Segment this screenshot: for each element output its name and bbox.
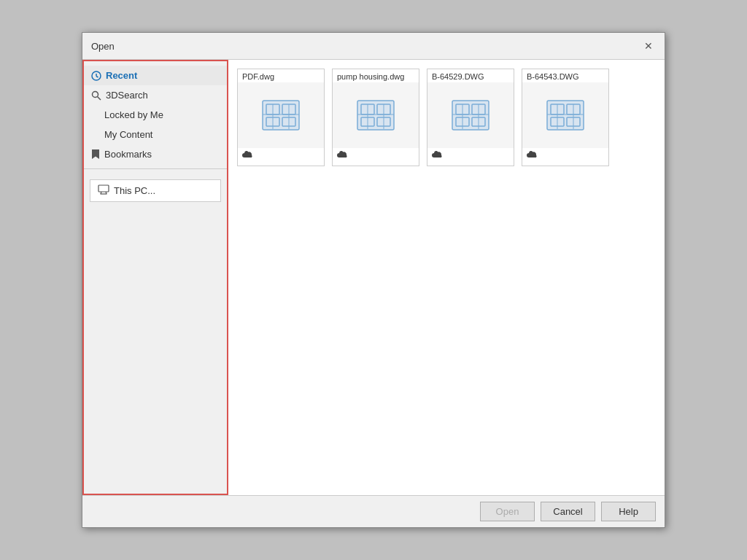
- file-name: pump housing.dwg: [333, 69, 419, 82]
- dialog-footer: Open Cancel Help: [82, 495, 665, 527]
- dwg-thumbnail-icon: [543, 93, 587, 137]
- sidebar-bottom: This PC...: [84, 174, 227, 208]
- help-button[interactable]: Help: [601, 502, 656, 521]
- dwg-thumbnail-icon: [354, 93, 398, 137]
- this-pc-button[interactable]: This PC...: [90, 179, 221, 202]
- sidebar-item-my-content[interactable]: My Content: [84, 125, 227, 144]
- dwg-thumbnail-icon: [259, 93, 303, 137]
- file-thumbnail: [238, 82, 324, 148]
- file-tile[interactable]: PDF.dwg: [237, 69, 325, 166]
- sidebar-item-my-content-label: My Content: [104, 129, 152, 140]
- file-footer: [427, 148, 514, 163]
- title-bar: Open ✕: [82, 33, 665, 60]
- sidebar-item-recent-label: Recent: [106, 70, 137, 81]
- file-footer: [238, 148, 324, 163]
- file-thumbnail: [427, 82, 514, 148]
- clock-icon: [91, 71, 101, 81]
- sidebar-item-locked-label: Locked by Me: [104, 109, 163, 120]
- svg-rect-9: [263, 101, 299, 130]
- file-tile[interactable]: B-64543.DWG: [522, 69, 609, 166]
- cloud-icon: [242, 149, 254, 161]
- bookmark-icon: [91, 149, 100, 160]
- svg-line-2: [96, 76, 98, 77]
- file-name: PDF.dwg: [238, 69, 324, 82]
- main-content: PDF.dwg: [228, 60, 665, 495]
- cloud-icon: [432, 149, 444, 161]
- cloud-icon: [527, 149, 538, 161]
- svg-rect-17: [357, 101, 394, 130]
- open-button[interactable]: Open: [480, 502, 535, 521]
- file-footer: [522, 148, 608, 163]
- file-thumbnail: [333, 82, 419, 148]
- monitor-icon: [98, 184, 109, 197]
- sidebar-item-recent[interactable]: Recent: [84, 66, 227, 85]
- file-thumbnail: [522, 82, 608, 148]
- close-button[interactable]: ✕: [641, 39, 656, 53]
- sidebar-divider: [84, 168, 227, 169]
- svg-line-4: [98, 96, 101, 100]
- file-name: B-64529.DWG: [427, 69, 514, 82]
- sidebar-item-bookmarks[interactable]: Bookmarks: [84, 144, 227, 164]
- sidebar: Recent 3DSearch Locked by Me My Content: [82, 60, 228, 495]
- dialog-title: Open: [91, 41, 115, 52]
- search-icon: [91, 90, 101, 101]
- svg-rect-33: [547, 101, 584, 130]
- sidebar-item-3dsearch[interactable]: 3DSearch: [84, 85, 227, 105]
- sidebar-item-locked-by-me[interactable]: Locked by Me: [84, 105, 227, 125]
- file-tile[interactable]: pump housing.dwg: [332, 69, 419, 166]
- file-name: B-64543.DWG: [522, 69, 608, 82]
- file-tile[interactable]: B-64529.DWG: [427, 69, 514, 166]
- sidebar-item-bookmarks-label: Bookmarks: [104, 149, 152, 160]
- open-dialog: Open ✕ Recent: [82, 32, 665, 528]
- cancel-button[interactable]: Cancel: [541, 502, 595, 521]
- svg-point-3: [93, 91, 98, 97]
- cloud-icon: [337, 149, 349, 161]
- dwg-thumbnail-icon: [449, 93, 492, 137]
- file-footer: [333, 148, 419, 163]
- dialog-body: Recent 3DSearch Locked by Me My Content: [82, 60, 665, 495]
- this-pc-label: This PC...: [114, 185, 155, 196]
- file-grid: PDF.dwg: [237, 69, 656, 166]
- sidebar-item-3dsearch-label: 3DSearch: [106, 90, 148, 101]
- svg-rect-5: [98, 185, 109, 192]
- svg-rect-25: [452, 101, 489, 130]
